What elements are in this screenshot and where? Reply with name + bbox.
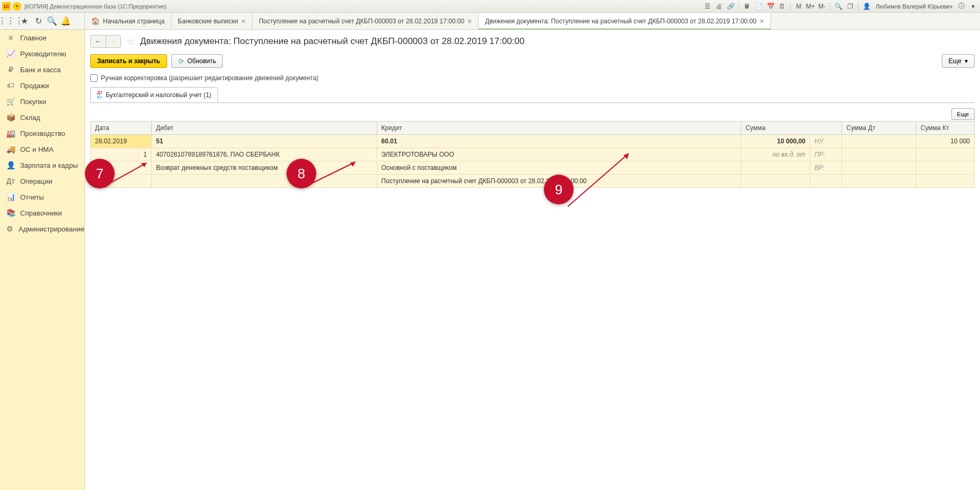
sidebar-item-sales[interactable]: 🏷Продажи xyxy=(0,78,84,93)
tab-label: Начальная страница xyxy=(103,18,164,25)
tab-receipt[interactable]: Поступление на расчетный счет ДКБП-00000… xyxy=(253,13,479,29)
tag-icon: 🏷 xyxy=(6,81,15,90)
zoom-icon[interactable]: 🔍 xyxy=(834,2,843,11)
sidebar-label: Администрирование xyxy=(19,225,84,233)
table-row[interactable]: Поступление на расчетный счет ДКБП-00000… xyxy=(91,175,975,188)
nav-forward-button[interactable]: → xyxy=(106,36,120,47)
sidebar-item-purchases[interactable]: 🛒Покупки xyxy=(0,93,84,109)
close-icon[interactable]: × xyxy=(241,17,246,25)
col-sum-dt[interactable]: Сумма Дт xyxy=(842,122,916,135)
cell-empty xyxy=(152,175,377,188)
link-icon[interactable]: 🔗 xyxy=(726,2,735,11)
sidebar-item-warehouse[interactable]: 📦Склад xyxy=(0,109,84,125)
sidebar-label: Склад xyxy=(20,114,40,122)
box-icon: 📦 xyxy=(6,113,15,122)
tab-home[interactable]: 🏠 Начальная страница xyxy=(85,13,171,29)
cell-sum-note: по вх.д. от xyxy=(741,148,810,161)
cell-credit-sub1: ЭЛЕКТРОТОВАРЫ ООО xyxy=(377,148,741,161)
history-icon[interactable]: ↻ xyxy=(32,15,45,28)
col-credit[interactable]: Кредит xyxy=(377,122,741,135)
doc-icon[interactable]: 📄 xyxy=(754,2,764,11)
tab-bank-statements[interactable]: Банковские выписки × xyxy=(171,13,253,29)
favorite-star-icon[interactable]: ☆ xyxy=(126,36,135,47)
nav-buttons: ← → xyxy=(90,35,121,48)
col-sum[interactable]: Сумма xyxy=(741,122,842,135)
user-icon: 👤 xyxy=(862,2,871,11)
m-icon[interactable]: M xyxy=(794,2,803,11)
sidebar-label: Производство xyxy=(20,130,65,137)
menu-dd-icon[interactable]: ▾ xyxy=(968,2,978,11)
close-icon[interactable]: × xyxy=(467,17,472,25)
sidebar-item-manager[interactable]: 📈Руководителю xyxy=(0,46,84,62)
window-icon[interactable]: ❐ xyxy=(845,2,855,11)
bell-icon[interactable]: 🔔 xyxy=(59,15,72,28)
main-content: ← → ☆ Движения документа: Поступление на… xyxy=(85,30,980,490)
manual-edit-checkbox[interactable] xyxy=(90,74,98,82)
sidebar-item-hr[interactable]: 👤Зарплата и кадры xyxy=(0,157,84,173)
user-name[interactable]: Любимов Валерий Юрьевич xyxy=(873,3,955,10)
sidebar-item-production[interactable]: 🏭Производство xyxy=(0,125,84,141)
toolbar-icon[interactable]: ☰ xyxy=(703,2,712,11)
col-date[interactable]: Дата xyxy=(91,122,152,135)
nav-back-button[interactable]: ← xyxy=(91,36,106,47)
calendar-icon[interactable]: 📅 xyxy=(766,2,775,11)
cell-empty xyxy=(842,148,916,161)
cell-pr-label: ПР: xyxy=(810,148,842,161)
dtkt-icon: Дт xyxy=(6,177,15,185)
m-minus-icon[interactable]: M- xyxy=(817,2,827,11)
table-row[interactable]: 28.02.2019 51 60.01 10 000,00 НУ: 10 000 xyxy=(91,135,975,148)
info-icon[interactable]: ⓘ xyxy=(957,2,966,11)
cell-vr-label: ВР: xyxy=(810,161,842,175)
col-debit[interactable]: Дебет xyxy=(152,122,377,135)
m-plus-icon[interactable]: M+ xyxy=(805,2,815,11)
star-icon[interactable]: ★ xyxy=(18,15,31,28)
date-icon[interactable]: 🗓 xyxy=(777,2,787,11)
tab-label: Банковские выписки xyxy=(178,18,238,25)
table-row[interactable]: Возврат денежных средств поставщиком Осн… xyxy=(91,161,975,175)
truck-icon: 🚚 xyxy=(6,145,15,153)
cell-empty xyxy=(91,161,152,175)
save-close-button[interactable]: Записать и закрыть xyxy=(90,54,167,68)
cell-debit-acc: 51 xyxy=(152,135,377,148)
accounting-tab[interactable]: ДтКт Бухгалтерский и налоговый учет (1) xyxy=(90,87,218,102)
factory-icon: 🏭 xyxy=(6,129,15,137)
more-label: Еще xyxy=(957,111,969,117)
more-button[interactable]: Еще ▾ xyxy=(942,54,975,68)
sidebar-item-bank[interactable]: ₽Банк и касса xyxy=(0,62,84,78)
tab-movements[interactable]: Движения документа: Поступление на расче… xyxy=(479,13,771,29)
table-row[interactable]: 1 40702810789189761876, ПАО СБЕРБАНК ЭЛЕ… xyxy=(91,148,975,161)
calc-icon[interactable]: 🖩 xyxy=(742,2,752,11)
cell-empty xyxy=(842,175,916,188)
cell-sum: 10 000,00 xyxy=(741,135,810,148)
sidebar-item-refs[interactable]: 📚Справочники xyxy=(0,205,84,221)
dropdown-icon[interactable]: ▾ xyxy=(13,2,21,11)
cell-empty xyxy=(741,175,810,188)
report-icon: 📊 xyxy=(6,193,15,201)
cell-empty xyxy=(916,148,975,161)
sidebar-item-operations[interactable]: ДтОперации xyxy=(0,173,84,189)
print-icon[interactable]: 🖨 xyxy=(714,2,724,11)
col-sum-kt[interactable]: Сумма Кт xyxy=(916,122,975,135)
table-header-row: Дата Дебет Кредит Сумма Сумма Дт Сумма К… xyxy=(91,122,975,135)
sidebar-label: Покупки xyxy=(20,98,46,106)
cell-empty xyxy=(916,161,975,175)
sidebar-item-reports[interactable]: 📊Отчеты xyxy=(0,189,84,205)
sidebar-item-assets[interactable]: 🚚ОС и НМА xyxy=(0,141,84,157)
cell-credit-sub3: Поступление на расчетный счет ДКБП-00000… xyxy=(377,175,741,188)
window-title: [КОПИЯ] Демонстрационная база (1С:Предпр… xyxy=(24,3,167,10)
gear-icon: ⚙ xyxy=(6,225,13,233)
table-more-button[interactable]: Еще xyxy=(951,108,975,120)
sidebar-label: Банк и касса xyxy=(20,66,61,74)
ruble-icon: ₽ xyxy=(6,65,15,74)
chart-icon: 📈 xyxy=(6,49,15,58)
close-icon[interactable]: × xyxy=(760,17,764,25)
sidebar-item-admin[interactable]: ⚙Администрирование xyxy=(0,221,84,237)
doc-tab-label: Бухгалтерский и налоговый учет (1) xyxy=(106,91,211,99)
search-icon[interactable]: 🔍 xyxy=(46,15,58,28)
cell-date: 28.02.2019 xyxy=(91,135,152,148)
apps-icon[interactable]: ⋮⋮⋮ xyxy=(4,15,17,28)
refresh-button[interactable]: ⟳Обновить xyxy=(171,54,223,68)
sidebar-item-main[interactable]: ≡Главное xyxy=(0,30,84,46)
sidebar-label: Операции xyxy=(20,177,53,185)
more-label: Еще xyxy=(949,57,961,65)
